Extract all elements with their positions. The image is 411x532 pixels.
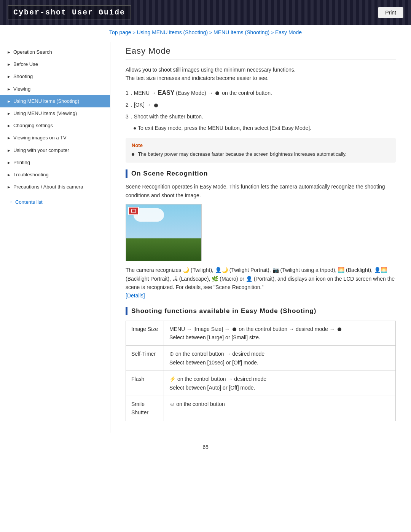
circle-icon-table (233, 328, 236, 331)
section-bar-2-icon (126, 307, 127, 315)
note-content: The battery power may decrease faster be… (132, 150, 390, 158)
circle-icon-2 (154, 104, 158, 107)
sidebar-item-shooting[interactable]: ► Shooting (0, 70, 110, 83)
sidebar-label-before-use: Before Use (13, 61, 38, 68)
sidebar-label-printing: Printing (13, 159, 30, 166)
arrow-icon: ► (7, 123, 11, 129)
step-2: 2．[OK] → (126, 101, 396, 109)
arrow-icon: ► (7, 111, 11, 117)
contents-link-label: Contents list (15, 199, 43, 205)
contents-list-link[interactable]: → Contents list (0, 195, 110, 209)
sidebar-label-using-menu-shooting: Using MENU items (Shooting) (13, 98, 79, 105)
backlight-icon: 🌅 (338, 267, 344, 273)
twilight-tripod-icon: 📷 (272, 267, 279, 273)
note-box: Note The battery power may decrease fast… (126, 138, 396, 163)
sidebar-label-viewing: Viewing (13, 86, 30, 93)
sidebar-item-viewing[interactable]: ► Viewing (0, 83, 110, 95)
section-2-title: Shooting functions available in Easy Mod… (131, 307, 316, 315)
bullet-point: ● (133, 125, 136, 131)
sidebar-item-before-use[interactable]: ► Before Use (0, 58, 110, 70)
sidebar-item-printing[interactable]: ► Printing (0, 157, 110, 169)
portrait-icon: 👤 (246, 276, 252, 282)
easy-bold-text: EASY (158, 89, 175, 96)
note-title: Note (132, 142, 390, 148)
arrow-icon: ► (7, 184, 11, 190)
section-1-heading: On Scene Recognition (126, 169, 396, 178)
sidebar-item-using-menu-shooting[interactable]: ► Using MENU items (Shooting) (0, 95, 110, 107)
main-content: Easy Mode Allows you to shoot still imag… (110, 42, 411, 433)
twilight-portrait-icon: 👤🌙 (215, 267, 228, 273)
intro-line2: The text size increases and indicators b… (126, 74, 396, 82)
circle-icon (215, 91, 219, 95)
sidebar-item-using-menu-viewing[interactable]: ► Using MENU items (Viewing) (0, 107, 110, 120)
table-cell-image-size-desc: MENU → [Image Size] → on the control but… (164, 321, 396, 346)
backlight-portrait-icon: 👤🌅 (374, 267, 387, 273)
sidebar-item-precautions[interactable]: ► Precautions / About this camera (0, 181, 110, 193)
arrow-icon: ► (7, 74, 11, 80)
arrow-icon: ► (7, 62, 11, 67)
arrow-icon: ► (7, 148, 11, 153)
sidebar-label-viewing-tv: Viewing images on a TV (13, 134, 67, 141)
breadcrumb-using-menu[interactable]: Using MENU items (Shooting) (137, 29, 208, 35)
sidebar-label-using-computer: Using with your computer (13, 147, 69, 154)
table-cell-self-timer-desc: ⊙ on the control button → desired mode S… (164, 346, 396, 371)
arrow-icon: ► (7, 135, 11, 141)
arrow-icon: ► (7, 172, 11, 178)
intro-text: Allows you to shoot still images using t… (126, 66, 396, 83)
breadcrumb-sep1: > (132, 30, 137, 35)
header-title: Cyber-shot User Guide (8, 5, 131, 19)
scene-recognition-image (126, 204, 202, 261)
breadcrumb-top[interactable]: Top page (109, 29, 131, 35)
table-cell-image-size-label: Image Size (126, 321, 164, 346)
scene-desc: Scene Recognition operates in Easy Mode.… (126, 182, 396, 200)
features-table: Image Size MENU → [Image Size] → on the … (126, 321, 396, 421)
layout: ► Operation Search ► Before Use ► Shooti… (0, 38, 411, 436)
camera-recognizes-text: The camera recognizes 🌙 (Twilight), 👤🌙 (… (126, 266, 396, 300)
arrow-icon: ► (7, 160, 11, 166)
sidebar-label-troubleshooting: Troubleshooting (13, 171, 49, 178)
note-bullet-icon (132, 153, 134, 156)
step-3: 3．Shoot with the shutter button. (126, 112, 396, 121)
intro-line1: Allows you to shoot still images using t… (126, 66, 396, 74)
breadcrumb-easy-mode[interactable]: Easy Mode (275, 29, 302, 35)
arrow-icon: ► (7, 50, 11, 55)
circle-icon-table2 (338, 328, 341, 331)
section-2-heading: Shooting functions available in Easy Mod… (126, 307, 396, 315)
sidebar-item-troubleshooting[interactable]: ► Troubleshooting (0, 169, 110, 181)
table-row: Flash ⚡ on the control button → desired … (126, 371, 396, 396)
breadcrumb: Top page > Using MENU items (Shooting) >… (0, 25, 411, 38)
landscape-icon: 🏞 (172, 276, 178, 282)
sidebar-item-using-computer[interactable]: ► Using with your computer (0, 144, 110, 157)
header: Cyber-shot User Guide Print (0, 0, 411, 25)
table-row: SmileShutter ☺ on the control button (126, 396, 396, 421)
details-link[interactable]: [Details] (126, 292, 145, 299)
twilight-icon: 🌙 (183, 267, 189, 273)
table-row: Image Size MENU → [Image Size] → on the … (126, 321, 396, 346)
sidebar-label-changing-settings: Changing settings (13, 122, 53, 129)
table-cell-smile-desc: ☺ on the control button (164, 396, 396, 421)
sidebar-item-viewing-tv[interactable]: ► Viewing images on a TV (0, 132, 110, 144)
scene-icon-inner (131, 209, 136, 213)
arrow-icon: ► (7, 99, 11, 104)
breadcrumb-sep2: > (209, 30, 213, 35)
print-button[interactable]: Print (378, 7, 403, 18)
step-3-sub: ● To exit Easy mode, press the MENU butt… (133, 124, 396, 132)
sidebar-label-shooting: Shooting (13, 73, 33, 80)
breadcrumb-menu-items[interactable]: MENU items (Shooting) (213, 29, 269, 35)
note-text: The battery power may decrease faster be… (138, 151, 346, 157)
section-1-title: On Scene Recognition (131, 170, 208, 177)
table-cell-flash-label: Flash (126, 371, 164, 396)
sidebar-label-using-menu-viewing: Using MENU items (Viewing) (13, 110, 77, 117)
table-cell-flash-desc: ⚡ on the control button → desired mode S… (164, 371, 396, 396)
table-cell-smile-label: SmileShutter (126, 396, 164, 421)
sidebar: ► Operation Search ► Before Use ► Shooti… (0, 42, 110, 433)
arrow-icon: ► (7, 86, 11, 92)
page-title: Easy Mode (126, 46, 396, 59)
sidebar-item-changing-settings[interactable]: ► Changing settings (0, 120, 110, 132)
sidebar-label-operation-search: Operation Search (13, 49, 52, 56)
contents-arrow-icon: → (7, 198, 13, 205)
step-1: 1．MENU → EASY (Easy Mode) → on the contr… (126, 88, 396, 98)
sidebar-label-precautions: Precautions / About this camera (13, 184, 83, 190)
scene-icon-overlay (128, 207, 139, 215)
sidebar-item-operation-search[interactable]: ► Operation Search (0, 46, 110, 58)
